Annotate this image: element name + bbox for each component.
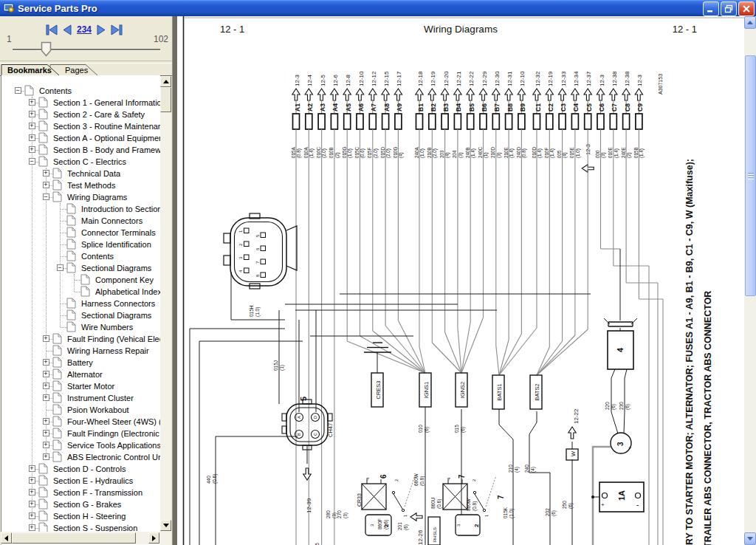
tree-item-label[interactable]: Section 1 - General Information (53, 98, 160, 107)
expand-icon[interactable]: + (29, 489, 35, 496)
previous-page-button[interactable] (63, 24, 72, 35)
tree-item[interactable]: Harness Connectors (1, 298, 160, 309)
first-page-button[interactable] (46, 24, 58, 35)
tree-item[interactable]: Contents (1, 250, 160, 262)
tree-item-label[interactable]: Alternator (67, 370, 103, 379)
tree-scroll-right-button[interactable] (148, 532, 159, 544)
expand-icon[interactable]: + (43, 430, 49, 436)
doc-vscrollbar-thumb[interactable] (745, 55, 756, 296)
tree-item[interactable]: Alphabetical Index (1, 286, 160, 298)
tree-item-label[interactable]: Wire Numbers (81, 323, 133, 332)
tree-item-label[interactable]: Harness Connectors (81, 299, 155, 308)
expand-icon[interactable]: + (43, 359, 49, 366)
doc-scroll-up-button[interactable] (744, 16, 756, 29)
tree-item[interactable]: +Four-Wheel Steer (4WS) ( (1, 416, 160, 428)
document-vscrollbar[interactable] (744, 16, 756, 545)
collapse-icon[interactable]: − (43, 193, 49, 200)
tree-item[interactable]: +Battery (1, 357, 160, 369)
tree-item-label[interactable]: Section F - Transmission (53, 488, 142, 497)
tree-item-label[interactable]: Technical Data (67, 169, 120, 178)
tree-item[interactable]: +Technical Data (1, 168, 160, 179)
tree-item-label[interactable]: Sectional Diagrams (81, 264, 151, 272)
tree-item-label[interactable]: Wiring Harness Repair (67, 346, 149, 355)
tree-item-label[interactable]: Contents (39, 86, 72, 95)
tree-item[interactable]: Splice Identification (1, 239, 160, 250)
expand-icon[interactable]: + (43, 394, 49, 401)
tree-item-label[interactable]: Starter Motor (67, 382, 114, 391)
minimize-button[interactable] (703, 1, 719, 16)
tree-item-label[interactable]: Psion Workabout (67, 405, 129, 414)
tree-item[interactable]: +Section G - Brakes (1, 498, 160, 510)
expand-icon[interactable]: + (43, 182, 49, 188)
tree-item-label[interactable]: Sectional Diagrams (81, 311, 151, 320)
tree-item-label[interactable]: Fault Findingn (Electronic M (67, 429, 160, 438)
tree-item-label[interactable]: Instrument Cluster (67, 394, 134, 402)
tree-item[interactable]: +Section 1 - General Information (1, 97, 160, 109)
tree-item[interactable]: +Starter Motor (1, 380, 160, 392)
tree-item[interactable]: +Fault Finding (Vehical Elect (1, 333, 160, 345)
tree-scroll-up-button[interactable] (160, 76, 171, 87)
expand-icon[interactable]: + (29, 524, 35, 531)
expand-icon[interactable]: + (43, 418, 49, 425)
tree-item[interactable]: Wiring Harness Repair (1, 345, 160, 357)
tree-item-label[interactable]: Four-Wheel Steer (4WS) ( (67, 417, 160, 426)
tree-scroll-down-button[interactable] (160, 520, 171, 531)
expand-icon[interactable]: + (29, 111, 35, 117)
tree-item-label[interactable]: Introduction to Section (81, 205, 160, 213)
tree-item[interactable]: +Section H - Steering (1, 510, 160, 522)
tree-item[interactable]: Introduction to Section (1, 203, 160, 215)
tree-item[interactable]: −Wiring Diagrams (1, 191, 160, 203)
tree-item-label[interactable]: Test Methods (67, 181, 115, 190)
tree-item[interactable]: +Section F - Transmission (1, 487, 160, 498)
expand-icon[interactable]: + (29, 146, 35, 153)
collapse-icon[interactable]: − (15, 87, 21, 94)
expand-icon[interactable]: + (43, 335, 49, 342)
tree-item[interactable]: +Service Tools Applications (1, 439, 160, 451)
tree-item-label[interactable]: Battery (67, 358, 93, 367)
tree-item-label[interactable]: Section D - Controls (53, 465, 126, 473)
tree-item[interactable]: +Test Methods (1, 179, 160, 191)
tree-item[interactable]: +Instrument Cluster (1, 392, 160, 404)
tree-item-label[interactable]: Section E - Hydraulics (53, 476, 133, 485)
tree-item-label[interactable]: Section B - Body and Framework (53, 145, 160, 154)
expand-icon[interactable]: + (29, 134, 35, 141)
tree-item-label[interactable]: Fault Finding (Vehical Elect (67, 335, 160, 343)
expand-icon[interactable]: + (43, 453, 49, 460)
expand-icon[interactable]: + (43, 371, 49, 377)
expand-icon[interactable]: + (29, 477, 35, 484)
tree-item-label[interactable]: Wiring Diagrams (67, 193, 127, 202)
current-page-link[interactable]: 234 (77, 24, 92, 35)
collapse-icon[interactable]: − (29, 158, 35, 165)
tree-item-label[interactable]: Service Tools Applications (67, 441, 160, 450)
close-button[interactable] (738, 1, 755, 16)
tree-item[interactable]: −Section C - Electrics (1, 156, 160, 168)
tree-item[interactable]: Component Key (1, 274, 160, 286)
tab-pages-label[interactable]: Pages (65, 66, 88, 75)
restore-button[interactable] (721, 1, 737, 16)
expand-icon[interactable]: + (29, 501, 35, 507)
tree-item-label[interactable]: Section A - Optional Equipment (53, 134, 160, 143)
tree-item[interactable]: Main Connectors (1, 215, 160, 227)
tree-item[interactable]: +Section B - Body and Framework (1, 144, 160, 156)
next-page-button[interactable] (97, 24, 106, 35)
tree-item-label[interactable]: ABS Electronic Control Uni (67, 453, 160, 462)
tree-item[interactable]: +Alternator (1, 369, 160, 380)
tree-scroll-left-button[interactable] (1, 532, 12, 544)
tree-vscrollbar-track[interactable] (160, 76, 171, 545)
tree-item[interactable]: +Fault Findingn (Electronic M (1, 428, 160, 439)
tree-hscrollbar-thumb[interactable] (12, 532, 136, 544)
tree-item-label[interactable]: Section G - Brakes (53, 500, 121, 509)
collapse-icon[interactable]: − (57, 264, 63, 271)
expand-icon[interactable]: + (29, 465, 35, 472)
tree-item[interactable]: Connector Terminals (1, 227, 160, 239)
doc-scroll-down-button[interactable] (744, 532, 756, 545)
tab-bookmarks-label[interactable]: Bookmarks (7, 66, 52, 75)
expand-icon[interactable]: + (43, 170, 49, 176)
tree-item[interactable]: +ABS Electronic Control Uni (1, 451, 160, 463)
expand-icon[interactable]: + (43, 383, 49, 389)
page-slider-track[interactable] (13, 49, 160, 51)
tree-item[interactable]: +Section 3 - Routine Maintenance (1, 120, 160, 132)
tree-item[interactable]: Psion Workabout (1, 404, 160, 416)
tree-item[interactable]: Wire Numbers (1, 321, 160, 333)
tree-item[interactable]: +Section E - Hydraulics (1, 475, 160, 487)
